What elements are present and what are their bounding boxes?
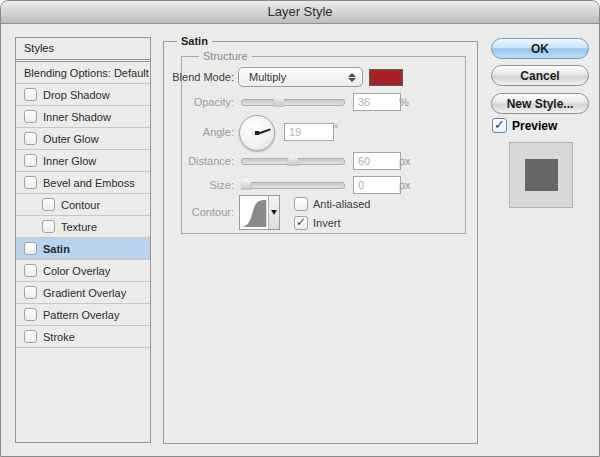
sidebar-item-label: Drop Shadow	[43, 89, 110, 101]
structure-section-title: Structure	[199, 50, 252, 62]
blending-options-label: Blending Options: Default	[24, 67, 149, 79]
inner-shadow-checkbox[interactable]	[24, 110, 37, 123]
angle-unit: °	[334, 122, 338, 134]
sidebar-item-label: Gradient Overlay	[43, 287, 126, 299]
color-overlay-checkbox[interactable]	[24, 264, 37, 277]
cancel-button[interactable]: Cancel	[491, 65, 589, 86]
sidebar-item-bevel-and-emboss[interactable]: Bevel and Emboss	[16, 172, 150, 194]
opacity-slider[interactable]	[241, 99, 345, 106]
gradient-overlay-checkbox[interactable]	[24, 286, 37, 299]
sidebar-item-label: Bevel and Emboss	[43, 177, 135, 189]
sidebar-item-pattern-overlay[interactable]: Pattern Overlay	[16, 304, 150, 326]
preview-thumbnail	[509, 142, 573, 208]
ok-button[interactable]: OK	[491, 38, 589, 59]
angle-dial[interactable]	[239, 115, 275, 151]
sidebar-item-inner-glow[interactable]: Inner Glow	[16, 150, 150, 172]
styles-header: Styles	[16, 38, 150, 60]
satin-color-swatch[interactable]	[369, 69, 403, 86]
sidebar-item-texture[interactable]: Texture	[16, 216, 150, 238]
drop-shadow-checkbox[interactable]	[24, 88, 37, 101]
pattern-overlay-checkbox[interactable]	[24, 308, 37, 321]
sidebar-item-label: Inner Shadow	[43, 111, 111, 123]
contour-dropdown-arrow-icon[interactable]	[268, 196, 279, 229]
size-label: Size:	[169, 179, 234, 191]
size-field[interactable]: 0	[353, 176, 401, 194]
sidebar-item-label: Texture	[61, 221, 97, 233]
invert-label: Invert	[313, 217, 341, 229]
size-unit: px	[399, 179, 411, 191]
stepper-arrows-icon	[345, 70, 359, 84]
sidebar-item-label: Color Overlay	[43, 265, 110, 277]
contour-picker[interactable]	[239, 195, 280, 230]
sidebar-item-label: Pattern Overlay	[43, 309, 119, 321]
angle-dial-center-dot	[255, 131, 259, 135]
blend-mode-label: Blend Mode:	[169, 71, 234, 83]
sidebar-item-label: Satin	[43, 243, 70, 255]
preview-checkbox[interactable]: ✓	[492, 118, 507, 133]
sidebar-item-drop-shadow[interactable]: Drop Shadow	[16, 84, 150, 106]
sidebar-item-label: Contour	[61, 199, 100, 211]
distance-field[interactable]: 60	[353, 152, 401, 170]
contour-curve-icon	[240, 196, 268, 229]
preview-label: Preview	[512, 119, 557, 133]
inner-glow-checkbox[interactable]	[24, 154, 37, 167]
contour-label: Contour:	[169, 206, 234, 218]
sidebar-item-contour[interactable]: Contour	[16, 194, 150, 216]
layer-style-dialog: Layer Style Styles Blending Options: Def…	[0, 0, 600, 457]
sidebar-item-label: Stroke	[43, 331, 75, 343]
styles-sidebar: Styles Blending Options: Default Drop Sh…	[15, 37, 151, 443]
anti-aliased-label: Anti-aliased	[313, 198, 370, 210]
angle-field[interactable]: 19	[284, 123, 334, 141]
outer-glow-checkbox[interactable]	[24, 132, 37, 145]
sidebar-item-satin[interactable]: Satin	[16, 238, 150, 260]
sidebar-item-blending-options[interactable]: Blending Options: Default	[16, 62, 150, 84]
distance-label: Distance:	[169, 155, 234, 167]
preview-thumbnail-inner-square	[525, 159, 558, 191]
angle-label: Angle:	[169, 126, 234, 138]
sidebar-item-label: Inner Glow	[43, 155, 96, 167]
invert-checkbox[interactable]: ✓	[294, 216, 308, 230]
title-bar[interactable]: Layer Style	[1, 1, 599, 24]
sidebar-item-color-overlay[interactable]: Color Overlay	[16, 260, 150, 282]
texture-checkbox[interactable]	[42, 220, 55, 233]
sidebar-item-inner-shadow[interactable]: Inner Shadow	[16, 106, 150, 128]
sidebar-item-stroke[interactable]: Stroke	[16, 326, 150, 348]
sidebar-item-gradient-overlay[interactable]: Gradient Overlay	[16, 282, 150, 304]
distance-slider[interactable]	[241, 158, 345, 165]
opacity-field[interactable]: 36	[353, 93, 401, 111]
new-style-button[interactable]: New Style...	[491, 93, 589, 114]
blend-mode-select[interactable]: Multiply	[238, 67, 363, 87]
satin-panel-title: Satin	[177, 35, 212, 47]
blend-mode-value: Multiply	[249, 71, 286, 83]
dialog-title: Layer Style	[267, 4, 332, 19]
anti-aliased-checkbox[interactable]	[294, 197, 308, 211]
bevel-and-emboss-checkbox[interactable]	[24, 176, 37, 189]
opacity-unit: %	[399, 96, 409, 108]
stroke-checkbox[interactable]	[24, 330, 37, 343]
sidebar-item-outer-glow[interactable]: Outer Glow	[16, 128, 150, 150]
size-slider[interactable]	[241, 182, 345, 189]
opacity-label: Opacity:	[169, 96, 234, 108]
contour-checkbox[interactable]	[42, 198, 55, 211]
sidebar-item-label: Outer Glow	[43, 133, 99, 145]
satin-checkbox[interactable]	[24, 242, 37, 255]
distance-unit: px	[399, 155, 411, 167]
